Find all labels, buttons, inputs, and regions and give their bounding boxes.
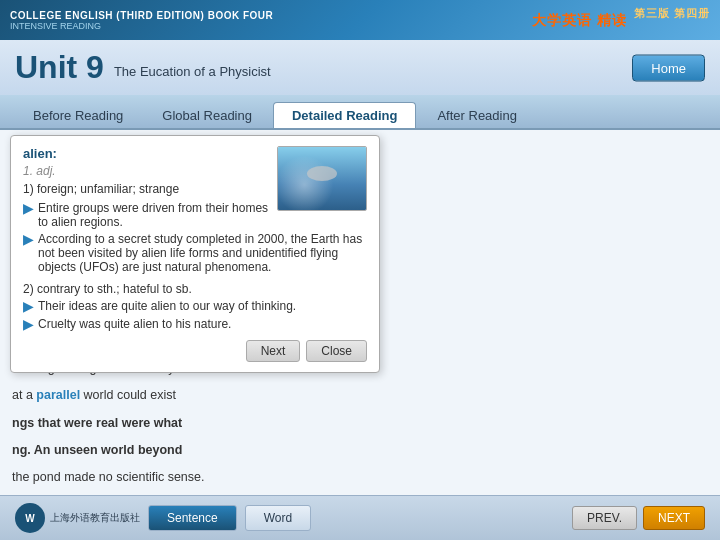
unit-number-label: Unit 9 (15, 49, 114, 86)
main-content: alien: 1. adj. 1) foreign; unfamiliar; s… (0, 130, 720, 495)
dictionary-popup: alien: 1. adj. 1) foreign; unfamiliar; s… (10, 135, 380, 373)
header-left: COLLEGE ENGLISH (THIRD EDITION) BOOK FOU… (10, 10, 273, 31)
tab-detailed-reading[interactable]: Detailed Reading (273, 102, 416, 128)
logo-edition: 第三版 第四册 (634, 7, 710, 19)
example-icon-1a: ▶ (23, 200, 34, 216)
tab-after-reading[interactable]: After Reading (419, 103, 535, 128)
word-button[interactable]: Word (245, 505, 311, 531)
tab-global-reading[interactable]: Global Reading (144, 103, 270, 128)
reading-bold-1: ngs that were real were what (12, 416, 182, 430)
reading-line-12: ng. An unseen world beyond (12, 440, 708, 461)
publisher-name: 上海外语教育出版社 (50, 511, 140, 525)
header-title: COLLEGE ENGLISH (THIRD EDITION) BOOK FOU… (10, 10, 273, 21)
tab-before-reading[interactable]: Before Reading (15, 103, 141, 128)
example-icon-2a: ▶ (23, 298, 34, 314)
popup-image (277, 146, 367, 211)
bottom-left-controls: W 上海外语教育出版社 Sentence Word (15, 503, 311, 533)
example-icon-2b: ▶ (23, 316, 34, 332)
popup-buttons: Next Close (23, 340, 367, 362)
next-button[interactable]: NEXT (643, 506, 705, 530)
reading-line-10: at a parallel world could exist (12, 385, 708, 406)
popup-example2a: ▶ Their ideas are quite alien to our way… (23, 299, 367, 314)
header-subtitle: INTENSIVE READING (10, 21, 273, 31)
popup-close-button[interactable]: Close (306, 340, 367, 362)
popup-next-button[interactable]: Next (246, 340, 301, 362)
logo-main: 大学英语 精读 (532, 12, 627, 28)
reading-bold-2: ng. An unseen world beyond (12, 443, 182, 457)
unit-banner: Unit 9 The Eucation of a Physicist Home (0, 40, 720, 95)
unit-number: Unit 9 (15, 49, 104, 85)
prev-button[interactable]: PREV. (572, 506, 637, 530)
logo-circle: W (15, 503, 45, 533)
bottom-toolbar: W 上海外语教育出版社 Sentence Word PREV. NEXT (0, 495, 720, 540)
navigation-tabs: Before Reading Global Reading Detailed R… (0, 95, 720, 130)
unit-title-area: The Eucation of a Physicist (114, 56, 271, 79)
sentence-button[interactable]: Sentence (148, 505, 237, 531)
header-logo: 大学英语 精读 第三版 第四册 (532, 5, 710, 31)
popup-def2: 2) contrary to sth.; hateful to sb. (23, 282, 367, 296)
example-icon-1b: ▶ (23, 231, 34, 247)
popup-example1a: ▶ Entire groups were driven from their h… (23, 201, 269, 229)
page-header: COLLEGE ENGLISH (THIRD EDITION) BOOK FOU… (0, 0, 720, 40)
reading-line-11: ngs that were real were what (12, 413, 708, 434)
highlight-parallel: parallel (36, 388, 80, 402)
popup-example1a-text: Entire groups were driven from their hom… (38, 201, 269, 229)
unit-title: The Eucation of a Physicist (114, 64, 271, 79)
bottom-nav-buttons: PREV. NEXT (572, 506, 705, 530)
publisher-logo: W 上海外语教育出版社 (15, 503, 140, 533)
home-button[interactable]: Home (632, 54, 705, 81)
popup-image-ufo (307, 166, 337, 181)
popup-example2b-text: Cruelty was quite alien to his nature. (38, 317, 231, 331)
popup-example1b: ▶ According to a secret study completed … (23, 232, 367, 274)
popup-example2a-text: Their ideas are quite alien to our way o… (38, 299, 296, 313)
reading-line-13: the pond made no scientific sense. (12, 467, 708, 485)
popup-example1b-text: According to a secret study completed in… (38, 232, 367, 274)
popup-example2b: ▶ Cruelty was quite alien to his nature. (23, 317, 367, 332)
